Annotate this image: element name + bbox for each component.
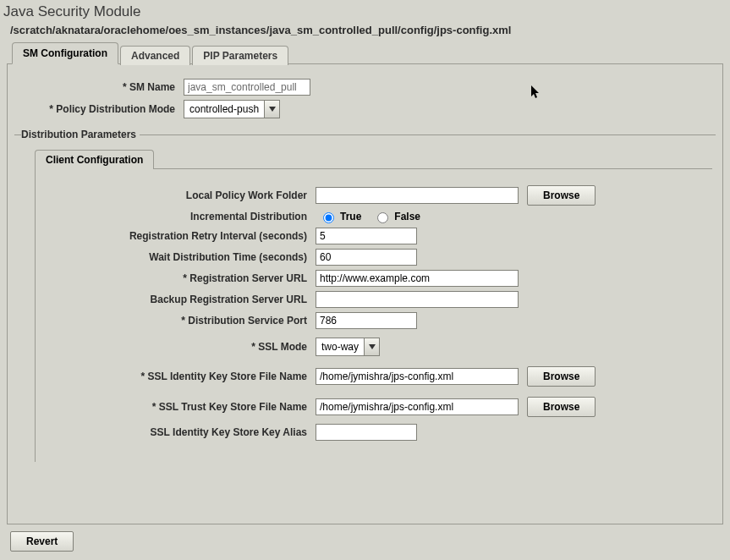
retry-interval-label: Registration Retry Interval (seconds) (41, 230, 316, 242)
policy-distribution-mode-value: controlled-push (184, 101, 264, 118)
browse-ssl-identity-button[interactable]: Browse (527, 366, 596, 387)
tab-client-configuration[interactable]: Client Configuration (35, 150, 154, 169)
policy-distribution-mode-label: * Policy Distribution Mode (14, 103, 184, 115)
browse-ssl-trust-button[interactable]: Browse (527, 397, 596, 417)
tab-strip: SM Configuration Advanced PIP Parameters (0, 41, 730, 63)
ssl-identity-keystore-input[interactable] (316, 368, 519, 385)
ssl-mode-select[interactable]: two-way (316, 338, 380, 356)
registration-url-input[interactable] (316, 270, 519, 287)
backup-registration-url-input[interactable] (316, 291, 519, 308)
wait-distribution-input[interactable] (316, 249, 417, 266)
tab-pip-parameters[interactable]: PIP Parameters (192, 46, 288, 65)
sm-name-input[interactable] (184, 79, 310, 96)
backup-registration-url-label: Backup Registration Server URL (41, 294, 316, 305)
client-configuration-panel: Local Policy Work Folder Browse Incremen… (35, 168, 712, 462)
ssl-key-alias-input[interactable] (316, 424, 417, 441)
chevron-down-icon (264, 101, 279, 118)
chevron-down-icon (364, 338, 379, 355)
revert-button[interactable]: Revert (10, 531, 74, 552)
ssl-key-alias-label: SSL Identity Key Store Key Alias (41, 426, 316, 438)
config-file-path: /scratch/aknatara/oraclehome/oes_sm_inst… (0, 20, 730, 41)
registration-url-label: * Registration Server URL (41, 272, 316, 284)
distribution-port-input[interactable] (316, 312, 417, 329)
incremental-distribution-label: Incremental Distribution (41, 211, 316, 222)
ssl-trust-keystore-label: * SSL Trust Key Store File Name (41, 401, 316, 413)
policy-distribution-mode-select[interactable]: controlled-push (184, 100, 280, 118)
tab-advanced[interactable]: Advanced (120, 46, 190, 65)
retry-interval-input[interactable] (316, 228, 417, 244)
incremental-true-option[interactable]: True (319, 210, 361, 223)
ssl-mode-label: * SSL Mode (41, 341, 316, 353)
distribution-parameters-group: Distribution Parameters Client Configura… (14, 129, 716, 465)
local-policy-folder-label: Local Policy Work Folder (41, 189, 316, 201)
sm-name-label: * SM Name (14, 81, 184, 93)
ssl-trust-keystore-input[interactable] (316, 398, 519, 415)
incremental-true-label: True (340, 211, 361, 222)
ssl-identity-keystore-label: * SSL Identity Key Store File Name (41, 371, 316, 382)
incremental-false-option[interactable]: False (373, 210, 420, 223)
incremental-false-radio[interactable] (377, 212, 388, 223)
local-policy-folder-input[interactable] (316, 187, 519, 204)
tab-sm-configuration[interactable]: SM Configuration (12, 42, 118, 64)
wait-distribution-label: Wait Distribution Time (seconds) (41, 251, 316, 263)
distribution-port-label: * Distribution Service Port (41, 315, 316, 327)
incremental-true-radio[interactable] (323, 212, 334, 223)
incremental-false-label: False (394, 211, 420, 222)
sm-configuration-panel: * SM Name * Policy Distribution Mode con… (7, 63, 723, 524)
distribution-parameters-legend: Distribution Parameters (21, 129, 140, 140)
browse-local-policy-button[interactable]: Browse (527, 185, 596, 206)
page-title: Java Security Module (0, 0, 730, 20)
ssl-mode-value: two-way (316, 338, 364, 355)
